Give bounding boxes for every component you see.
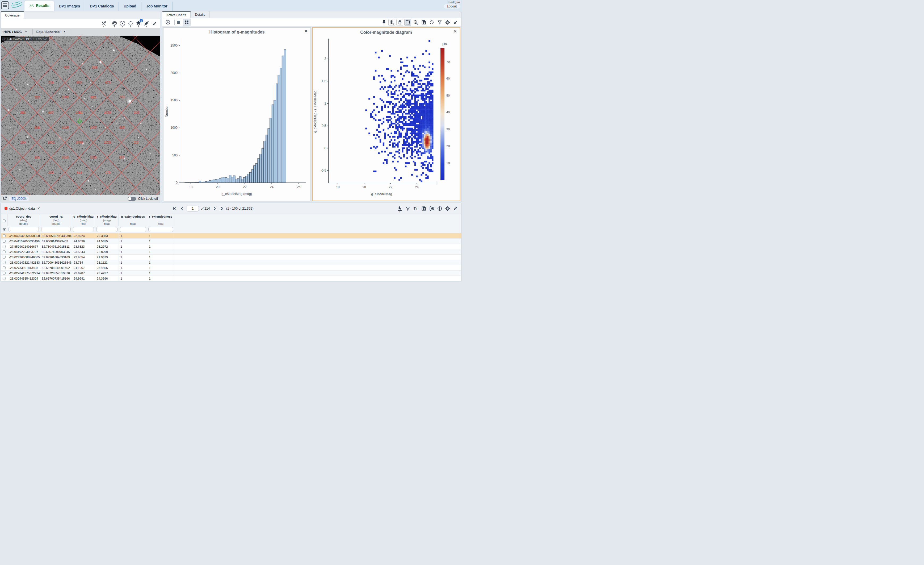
column-header-r_cModelMag[interactable]: r_cModelMag(mag)float	[95, 214, 119, 226]
tab-coverage[interactable]: Coverage	[1, 11, 24, 19]
row-checkbox[interactable]	[3, 250, 6, 253]
filter-input-coord_dec[interactable]	[9, 227, 39, 232]
svg-text:10: 10	[446, 161, 450, 165]
expand-button[interactable]	[151, 20, 158, 27]
ccd-label: 938	[34, 126, 40, 129]
restore-button[interactable]	[428, 19, 435, 26]
sky-image[interactable]: 4003987169526737671006963779351937106210…	[1, 36, 160, 195]
settings-button[interactable]	[444, 19, 451, 26]
table-row[interactable]: -28.04264265926865852.68056979043639422.…	[1, 233, 461, 239]
expand-button[interactable]	[452, 19, 459, 26]
table-row[interactable]: -28.04115265503549652.680814367340324.68…	[1, 239, 461, 244]
filter-input-g_extendedness[interactable]	[120, 227, 146, 232]
zoom-in-button[interactable]	[388, 19, 395, 26]
add-column-button[interactable]	[428, 205, 435, 212]
close-chart-icon[interactable]: ✕	[304, 29, 308, 34]
tab-upload[interactable]: Upload	[119, 2, 141, 11]
histogram-chart[interactable]: Histogram of g-magnitudes ✕ 050010001500…	[163, 27, 311, 201]
cell-r_cModelMag: 23.2972	[95, 244, 119, 249]
single-view-button[interactable]	[175, 19, 183, 26]
tab-dp1-catalogs[interactable]: DP1 Catalogs	[85, 2, 119, 11]
filter-input-r_extendedness[interactable]	[148, 227, 173, 232]
color-magnitude-chart[interactable]: Color-magnitude diagram ✕ -0.500.511.521…	[312, 27, 460, 201]
recenter-button[interactable]: ▼	[119, 20, 126, 27]
zoom-1x-button[interactable]: 1X	[412, 19, 419, 26]
column-header-r_extendedness[interactable]: r_extendednessfloat	[147, 214, 174, 226]
tools-button[interactable]: ▼	[100, 20, 107, 27]
table-tab[interactable]: dp1.Object - data ✕	[2, 206, 42, 210]
filter-input-g_cModelMag[interactable]	[73, 227, 94, 232]
table-row[interactable]: -28.0304453543230452.6976073541536624.92…	[1, 276, 461, 281]
column-header-g_extendedness[interactable]: g_extendednessfloat	[119, 214, 147, 226]
projection-dropdown[interactable]: Equ / Spherical	[36, 30, 60, 34]
coordinate-readout: EQ-J2000:	[9, 197, 29, 201]
unlink-button[interactable]: ▼	[143, 20, 150, 27]
palette-button[interactable]: ▼	[111, 20, 118, 27]
close-table-icon[interactable]: ✕	[37, 206, 40, 210]
table-row[interactable]: -28.02784197567221452.6972655751987623.6…	[1, 270, 461, 276]
filter-button[interactable]	[436, 19, 443, 26]
svg-text:70: 70	[446, 60, 450, 63]
pin-button[interactable]	[380, 19, 387, 26]
cell-r_extendedness: 1	[147, 249, 174, 254]
ccd-label: 1006	[62, 95, 69, 99]
row-checkbox[interactable]	[3, 266, 6, 269]
table-row[interactable]: -28.0273396181340852.6978664920146224.19…	[1, 265, 461, 270]
tab-active-charts[interactable]: Active Charts	[162, 11, 190, 18]
chart-add-button[interactable]	[164, 19, 171, 26]
microscope-button[interactable]: ▼	[396, 205, 403, 212]
prev-page-button[interactable]	[179, 206, 185, 211]
click-lock-toggle[interactable]	[128, 197, 136, 201]
hips-moc-dropdown[interactable]: HiPS / MOC	[3, 30, 22, 34]
row-checkbox[interactable]	[3, 255, 6, 258]
filter-button[interactable]	[404, 205, 411, 212]
filter-input-coord_ra[interactable]	[41, 227, 71, 232]
external-link-icon[interactable]	[3, 196, 7, 201]
tab-job-monitor[interactable]: Job Monitor	[141, 2, 172, 11]
close-chart-icon[interactable]: ✕	[453, 29, 457, 34]
expand-button[interactable]	[452, 205, 459, 212]
save-button[interactable]	[420, 19, 427, 26]
filter-input-r_cModelMag[interactable]	[96, 227, 117, 232]
tab-results[interactable]: Results	[24, 0, 54, 11]
svg-text:22: 22	[243, 185, 247, 189]
pan-hand-button[interactable]	[396, 19, 403, 26]
page-number-input[interactable]	[187, 206, 199, 212]
cell-g_cModelMag: 23.754	[72, 260, 95, 265]
column-header-coord_ra[interactable]: coord_ra(deg)double	[40, 214, 72, 226]
cell-coord_dec: -28.029266088946585	[8, 255, 40, 260]
row-checkbox[interactable]	[3, 277, 6, 280]
ccd-label: 963	[91, 96, 96, 99]
filter-icon[interactable]	[2, 227, 6, 231]
logout-button[interactable]: Logout	[444, 4, 460, 9]
last-page-button[interactable]	[219, 206, 224, 211]
text-options-button[interactable]: TT	[412, 205, 419, 212]
row-checkbox[interactable]	[3, 272, 6, 275]
row-checkbox[interactable]	[3, 240, 6, 243]
row-checkbox[interactable]	[3, 245, 6, 248]
lasso-button[interactable]: ▼	[127, 20, 134, 27]
box-select-button[interactable]	[404, 19, 411, 26]
hamburger-menu-icon[interactable]	[1, 2, 9, 9]
column-header-coord_dec[interactable]: coord_dec(deg)double	[8, 214, 40, 226]
row-checkbox[interactable]	[3, 261, 6, 264]
row-checkbox[interactable]	[3, 234, 6, 237]
grid-view-button[interactable]	[183, 19, 190, 26]
table-panel: dp1.Object - data ✕ of 214 (1 - 100 of 2…	[0, 203, 462, 281]
tab-details[interactable]: Details	[190, 11, 210, 18]
info-button[interactable]	[436, 205, 443, 212]
select-all-checkbox[interactable]	[3, 219, 6, 222]
table-row[interactable]: -28.0419226308370752.6957159070354523.58…	[1, 249, 461, 255]
cell-r_cModelMag: 21.9679	[95, 255, 119, 260]
next-page-button[interactable]	[212, 206, 217, 211]
table-row[interactable]: -28.02926608894658552.6996168469316922.9…	[1, 255, 461, 260]
settings-button[interactable]	[444, 205, 451, 212]
settings-icon	[445, 206, 450, 211]
column-header-g_cModelMag[interactable]: g_cModelMag(mag)float	[72, 214, 95, 226]
table-row[interactable]: -27.8599621401667752.7504761991531123.63…	[1, 244, 461, 249]
layers-button[interactable]: ▼5	[135, 20, 142, 27]
save-button[interactable]	[420, 205, 427, 212]
first-page-button[interactable]	[172, 206, 178, 211]
tab-dp1-images[interactable]: DP1 Images	[54, 2, 85, 11]
table-row[interactable]: -28.03014252148233352.70094363162884623.…	[1, 260, 461, 265]
